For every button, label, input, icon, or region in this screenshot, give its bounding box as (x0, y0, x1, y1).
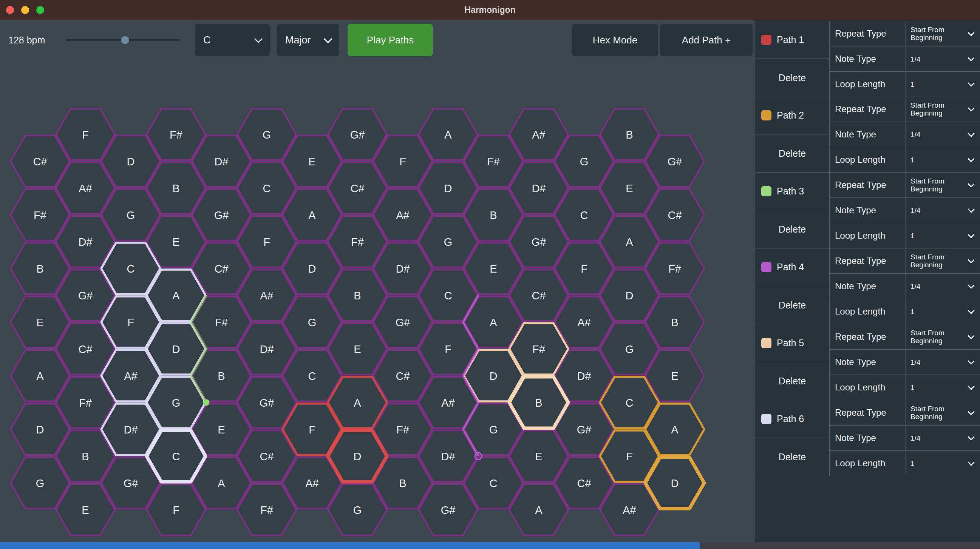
hex-note-label: F# (33, 209, 46, 221)
path-color-swatch (761, 35, 772, 45)
path-endpoint-dot[interactable] (204, 400, 209, 405)
hex-note-label: D# (124, 424, 137, 436)
note-type-dropdown[interactable]: 1/4 (906, 350, 980, 375)
path-block: Path 3DeleteRepeat TypeStart From Beginn… (755, 173, 980, 248)
hex-note-label: G (353, 504, 362, 516)
hex-note-label: C# (259, 451, 274, 463)
hex-note-label: G (36, 477, 45, 489)
hex-note-label: A# (79, 182, 92, 194)
hex-note-label: D# (531, 182, 546, 194)
path-setting-label: Loop Length (830, 223, 906, 248)
path-setting-label: Repeat Type (830, 400, 906, 425)
hex-note-label: C (308, 370, 316, 382)
note-type-value: 1/4 (910, 131, 920, 138)
hex-note-label: E (36, 316, 43, 328)
loop-length-dropdown[interactable]: 1 (906, 299, 980, 324)
hex-note-label: C (626, 397, 633, 409)
hex-note-label: G (127, 209, 135, 221)
path-block: Path 6DeleteRepeat TypeStart From Beginn… (755, 400, 980, 476)
repeat-type-dropdown[interactable]: Start From Beginning (906, 21, 980, 46)
chevron-down-icon (967, 332, 974, 339)
hex-note-label: B (399, 477, 406, 489)
hex-note-label: A (490, 316, 497, 328)
hex-note-label: D# (577, 370, 591, 382)
chevron-down-icon (967, 181, 974, 187)
hex-note-label: G (625, 343, 634, 355)
path-setting-label: Note Type (830, 350, 906, 375)
hex-note-label: A# (124, 370, 137, 382)
path-setting-label: Note Type (830, 274, 906, 299)
hex-note-label: A# (305, 477, 318, 489)
hex-note-label: A (671, 424, 679, 436)
delete-path-button[interactable]: Delete (755, 135, 830, 173)
delete-path-button[interactable]: Delete (755, 210, 830, 248)
chevron-down-icon (967, 383, 974, 390)
path-label: Path 4 (777, 262, 804, 273)
hex-note-label: E (490, 263, 497, 275)
path-select-cell[interactable]: Path 1 (755, 21, 830, 59)
hex-note-label: E (626, 182, 633, 194)
note-type-value: 1/4 (910, 55, 920, 63)
hex-note-label: D# (396, 263, 409, 275)
path-select-cell[interactable]: Path 4 (755, 248, 830, 286)
path-setting-label: Repeat Type (830, 248, 906, 274)
hex-note-label: B (626, 129, 633, 141)
hex-note-label: B (354, 290, 361, 302)
hex-note-label: D (444, 182, 452, 194)
hex-note-label: C (490, 477, 498, 489)
path-block: Path 1DeleteRepeat TypeStart From Beginn… (755, 21, 980, 97)
path-label: Path 2 (777, 110, 804, 121)
repeat-type-dropdown[interactable]: Start From Beginning (906, 97, 980, 122)
hex-note-label: F (399, 155, 406, 168)
repeat-type-dropdown[interactable]: Start From Beginning (906, 173, 980, 198)
chevron-down-icon (967, 155, 974, 162)
loop-length-dropdown[interactable]: 1 (906, 375, 980, 400)
note-type-dropdown[interactable]: 1/4 (906, 198, 980, 223)
repeat-type-dropdown[interactable]: Start From Beginning (906, 400, 980, 425)
loop-length-dropdown[interactable]: 1 (906, 72, 980, 97)
loop-length-dropdown[interactable]: 1 (906, 451, 980, 476)
hex-note-label: G# (214, 209, 229, 221)
note-type-dropdown[interactable]: 1/4 (906, 425, 980, 451)
repeat-type-value: Start From Beginning (910, 405, 959, 420)
repeat-type-dropdown[interactable]: Start From Beginning (906, 324, 980, 350)
hex-note-label: F (173, 504, 180, 516)
hex-note-label: G# (396, 316, 410, 328)
note-type-dropdown[interactable]: 1/4 (906, 274, 980, 299)
hex-note-label: G# (78, 290, 93, 302)
note-type-dropdown[interactable]: 1/4 (906, 46, 980, 72)
hex-note-label: C (444, 290, 452, 302)
loop-length-value: 1 (910, 308, 915, 316)
hex-note-label: A (172, 290, 180, 302)
hex-note-label: F# (532, 343, 545, 355)
hex-note-label: G (580, 155, 589, 168)
hex-note-label: A# (260, 290, 273, 302)
chevron-down-icon (967, 357, 974, 364)
path-select-cell[interactable]: Path 2 (755, 97, 830, 135)
note-type-dropdown[interactable]: 1/4 (906, 122, 980, 147)
path-setting-label: Repeat Type (830, 97, 906, 122)
hex-note-label: F (82, 129, 89, 141)
delete-path-button[interactable]: Delete (755, 362, 830, 400)
path-label: Path 5 (777, 338, 804, 349)
loop-length-dropdown[interactable]: 1 (906, 223, 980, 248)
path-select-cell[interactable]: Path 6 (755, 400, 830, 438)
hex-note-label: C# (78, 343, 92, 355)
hex-note-label: C# (668, 209, 681, 221)
repeat-type-dropdown[interactable]: Start From Beginning (906, 248, 980, 274)
path-select-cell[interactable]: Path 5 (755, 324, 830, 362)
repeat-type-value: Start From Beginning (910, 177, 959, 193)
bottom-scrollbar[interactable] (0, 542, 700, 549)
delete-path-button[interactable]: Delete (755, 286, 830, 324)
hex-note-label: D (671, 477, 679, 489)
loop-length-dropdown[interactable]: 1 (906, 147, 980, 173)
path-select-cell[interactable]: Path 3 (755, 173, 830, 210)
hex-note-label: G# (577, 424, 592, 436)
delete-path-button[interactable]: Delete (755, 59, 830, 97)
delete-path-button[interactable]: Delete (755, 438, 830, 476)
hex-note-label: D (490, 370, 498, 382)
chevron-down-icon (967, 206, 974, 213)
hex-note-label: D (626, 290, 633, 302)
hex-note-label: C# (33, 155, 47, 168)
path-setting-label: Loop Length (830, 72, 906, 97)
